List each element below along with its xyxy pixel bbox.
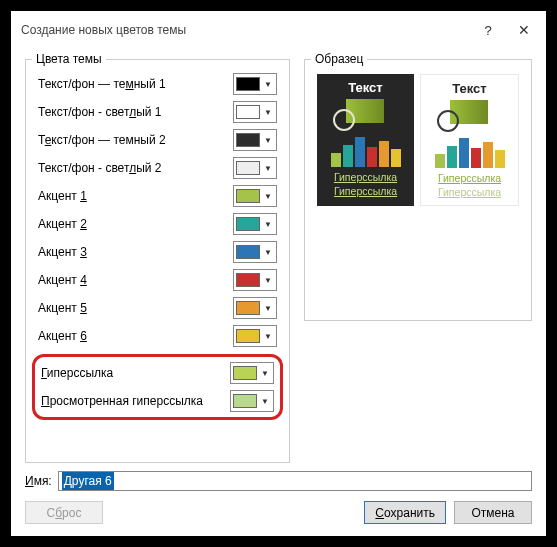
chevron-down-icon: ▼ xyxy=(260,248,276,257)
color-label: Текст/фон — темный 1 xyxy=(38,77,233,91)
preview-followed-hyperlink: Гиперссылка xyxy=(425,186,514,200)
chevron-down-icon: ▼ xyxy=(260,136,276,145)
sample-fieldset: Образец Текст Гиперссылка Гиперссылка Те… xyxy=(304,59,532,321)
color-row: Текст/фон — темный 1▼ xyxy=(34,70,281,98)
color-button[interactable]: ▼ xyxy=(233,129,277,151)
name-input[interactable]: Другая 6 xyxy=(58,471,532,491)
color-button[interactable]: ▼ xyxy=(233,325,277,347)
highlight-box: Гиперссылка ▼ Просмотренная гиперссылка … xyxy=(32,354,283,420)
color-swatch xyxy=(236,245,260,259)
color-row: Текст/фон — темный 2▼ xyxy=(34,126,281,154)
preview-bars xyxy=(425,134,514,168)
color-row: Акцент 3▼ xyxy=(34,238,281,266)
preview-shapes xyxy=(425,100,514,130)
hyperlink-color-button[interactable]: ▼ xyxy=(230,362,274,384)
bar xyxy=(471,148,481,168)
color-label: Текст/фон - светлый 1 xyxy=(38,105,233,119)
color-label: Акцент 4 xyxy=(38,273,233,287)
color-label: Акцент 3 xyxy=(38,245,233,259)
color-label: Акцент 6 xyxy=(38,329,233,343)
bar xyxy=(459,138,469,168)
theme-colors-fieldset: Цвета темы Текст/фон — темный 1▼Текст/фо… xyxy=(25,59,290,463)
bar xyxy=(495,150,505,168)
bar xyxy=(379,141,389,167)
color-swatch xyxy=(236,217,260,231)
name-input-value: Другая 6 xyxy=(62,472,114,490)
cancel-button[interactable]: Отмена xyxy=(454,501,532,524)
color-swatch xyxy=(233,366,257,380)
color-swatch xyxy=(236,301,260,315)
color-row: Акцент 4▼ xyxy=(34,266,281,294)
preview-light: Текст Гиперссылка Гиперссылка xyxy=(420,74,519,206)
reset-button: Сброс xyxy=(25,501,103,524)
help-button[interactable]: ? xyxy=(470,18,506,42)
followed-hyperlink-row: Просмотренная гиперссылка ▼ xyxy=(37,387,278,415)
hyperlink-label: Гиперссылка xyxy=(41,366,230,380)
color-button[interactable]: ▼ xyxy=(233,73,277,95)
color-swatch xyxy=(236,189,260,203)
preview-hyperlink: Гиперссылка xyxy=(425,172,514,186)
color-swatch xyxy=(236,105,260,119)
preview-shapes xyxy=(321,99,410,129)
chevron-down-icon: ▼ xyxy=(260,220,276,229)
color-swatch xyxy=(233,394,257,408)
shape-ring-icon xyxy=(437,110,459,132)
color-button[interactable]: ▼ xyxy=(233,213,277,235)
color-button[interactable]: ▼ xyxy=(233,269,277,291)
bar xyxy=(435,154,445,168)
save-button[interactable]: Сохранить xyxy=(364,501,446,524)
name-label: Имя: xyxy=(25,474,52,488)
color-button[interactable]: ▼ xyxy=(233,241,277,263)
hyperlink-row: Гиперссылка ▼ xyxy=(37,359,278,387)
button-row: Сброс Сохранить Отмена xyxy=(11,499,546,536)
preview-text-label: Текст xyxy=(425,81,514,96)
chevron-down-icon: ▼ xyxy=(260,276,276,285)
color-button[interactable]: ▼ xyxy=(233,157,277,179)
followed-hyperlink-color-button[interactable]: ▼ xyxy=(230,390,274,412)
chevron-down-icon: ▼ xyxy=(260,164,276,173)
followed-hyperlink-label: Просмотренная гиперссылка xyxy=(41,394,230,408)
preview-dark: Текст Гиперссылка Гиперссылка xyxy=(317,74,414,206)
chevron-down-icon: ▼ xyxy=(260,304,276,313)
color-row: Текст/фон - светлый 2▼ xyxy=(34,154,281,182)
close-icon: ✕ xyxy=(518,22,530,38)
color-button[interactable]: ▼ xyxy=(233,185,277,207)
color-button[interactable]: ▼ xyxy=(233,101,277,123)
preview-text-label: Текст xyxy=(321,80,410,95)
bar xyxy=(367,147,377,167)
color-row: Акцент 2▼ xyxy=(34,210,281,238)
color-swatch xyxy=(236,161,260,175)
preview-followed-hyperlink: Гиперссылка xyxy=(321,185,410,199)
color-label: Текст/фон - светлый 2 xyxy=(38,161,233,175)
color-row: Текст/фон - светлый 1▼ xyxy=(34,98,281,126)
bar xyxy=(391,149,401,167)
chevron-down-icon: ▼ xyxy=(260,332,276,341)
bar xyxy=(331,153,341,167)
chevron-down-icon: ▼ xyxy=(257,369,273,378)
dialog-title: Создание новых цветов темы xyxy=(21,23,470,37)
chevron-down-icon: ▼ xyxy=(260,80,276,89)
bar xyxy=(483,142,493,168)
bar xyxy=(447,146,457,168)
color-row: Акцент 6▼ xyxy=(34,322,281,350)
dialog: Создание новых цветов темы ? ✕ Цвета тем… xyxy=(11,11,546,536)
close-button[interactable]: ✕ xyxy=(506,18,542,42)
color-label: Акцент 2 xyxy=(38,217,233,231)
chevron-down-icon: ▼ xyxy=(260,108,276,117)
sample-legend: Образец xyxy=(311,52,367,66)
color-button[interactable]: ▼ xyxy=(233,297,277,319)
theme-colors-legend: Цвета темы xyxy=(32,52,106,66)
preview-hyperlink: Гиперссылка xyxy=(321,171,410,185)
preview-row: Текст Гиперссылка Гиперссылка Текст xyxy=(313,70,523,210)
titlebar: Создание новых цветов темы ? ✕ xyxy=(11,11,546,49)
color-swatch xyxy=(236,77,260,91)
shape-ring-icon xyxy=(333,109,355,131)
name-row: Имя: Другая 6 xyxy=(11,463,546,499)
chevron-down-icon: ▼ xyxy=(257,397,273,406)
color-swatch xyxy=(236,329,260,343)
bar xyxy=(343,145,353,167)
chevron-down-icon: ▼ xyxy=(260,192,276,201)
color-swatch xyxy=(236,133,260,147)
help-icon: ? xyxy=(484,23,491,38)
color-row: Акцент 1▼ xyxy=(34,182,281,210)
